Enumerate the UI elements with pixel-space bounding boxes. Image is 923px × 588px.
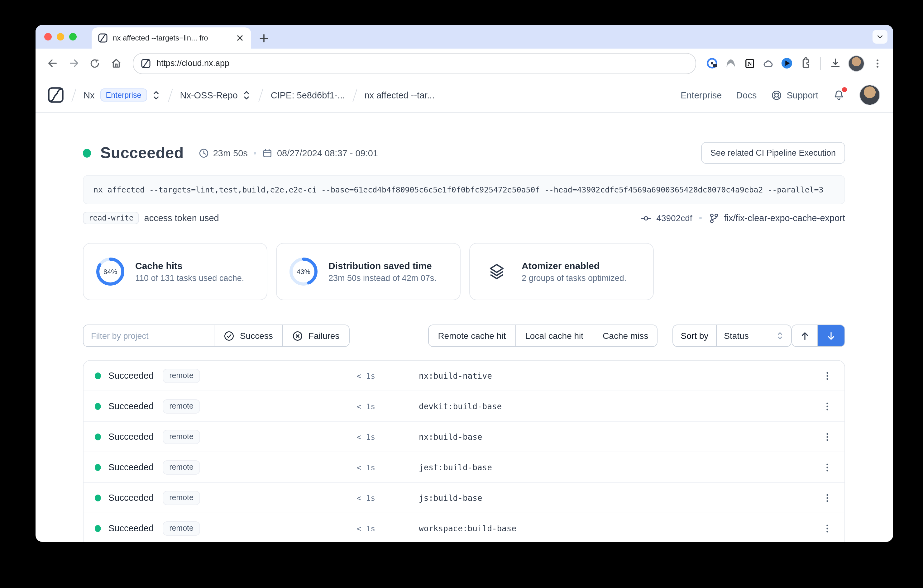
screen: nx affected --targets=lin... fro — [0, 0, 923, 588]
cache-source-badge: remote — [163, 369, 200, 383]
arc-extension-icon[interactable] — [725, 57, 737, 69]
enterprise-badge: Enterprise — [100, 88, 147, 102]
zoom-window-button[interactable] — [69, 33, 77, 41]
breadcrumb-separator — [259, 88, 263, 102]
breadcrumb-separator — [352, 88, 357, 102]
back-button[interactable] — [43, 54, 62, 72]
cloud-extension-icon[interactable] — [762, 57, 774, 69]
vcs-info: 43902cdf fix/fix-clear-expo-cache-export — [641, 213, 845, 223]
sort-select[interactable]: Status — [716, 325, 791, 346]
select-chevrons-icon — [775, 330, 784, 341]
notifications-button[interactable] — [833, 89, 845, 101]
reload-button[interactable] — [85, 54, 104, 72]
svg-text:N: N — [747, 60, 752, 67]
password-manager-extension-icon[interactable] — [706, 57, 718, 69]
kebab-icon — [822, 371, 832, 380]
row-status-cell: Succeeded remote — [95, 460, 356, 474]
downloads-button[interactable] — [829, 57, 841, 69]
home-button[interactable] — [107, 54, 125, 72]
repo-switcher-icon[interactable] — [242, 89, 251, 101]
cache-hits-percent: 84% — [96, 257, 125, 286]
row-duration: < 1s — [356, 493, 419, 502]
breadcrumb-org[interactable]: Nx — [84, 90, 94, 100]
new-tab-button[interactable] — [259, 33, 269, 44]
home-icon — [110, 57, 122, 69]
table-row[interactable]: Succeeded remote < 1s jest:build-base — [84, 452, 844, 483]
sort-ascending-button[interactable] — [792, 325, 817, 346]
tabstrip-chevron-button[interactable] — [872, 30, 887, 44]
cache-filter-group: Remote cache hit Local cache hit Cache m… — [428, 324, 657, 347]
row-menu-button[interactable] — [821, 429, 833, 444]
site-nx-icon — [141, 58, 151, 68]
see-related-cipe-button[interactable]: See related CI Pipeline Execution — [701, 142, 845, 164]
row-menu-button[interactable] — [821, 490, 833, 505]
user-avatar[interactable] — [859, 85, 880, 105]
filter-success-button[interactable]: Success — [214, 325, 282, 346]
breadcrumb-repo[interactable]: Nx-OSS-Repo — [180, 90, 237, 100]
stat-cards: 84% Cache hits 110 of 131 tasks used cac… — [83, 243, 845, 300]
duration-text: 23m 50s — [213, 148, 248, 158]
nav-support-label: Support — [787, 90, 818, 100]
breadcrumb-run[interactable]: nx affected --tar... — [364, 90, 434, 100]
cache-miss-button[interactable]: Cache miss — [593, 325, 657, 346]
filter-toolbar: Success Failures Remote cache hit Local … — [83, 324, 845, 347]
close-window-button[interactable] — [44, 33, 52, 41]
reload-icon — [89, 57, 100, 69]
card-subtitle: 110 of 131 tasks used cache. — [135, 274, 244, 283]
row-duration: < 1s — [356, 432, 419, 441]
row-menu-button[interactable] — [821, 460, 833, 475]
row-status-label: Succeeded — [108, 432, 154, 442]
daterange-text: 08/27/2024 08:37 - 09:01 — [277, 148, 378, 158]
atomizer-text: Atomizer enabled 2 groups of tasks optim… — [522, 260, 626, 283]
table-row[interactable]: Succeeded remote < 1s js:build-base — [84, 483, 844, 513]
row-menu-button[interactable] — [821, 521, 833, 536]
distribution-donut: 43% — [289, 257, 318, 286]
browser-tabstrip: nx affected --targets=lin... fro — [36, 25, 893, 49]
play-extension-icon[interactable] — [781, 57, 793, 69]
browser-window: nx affected --targets=lin... fro — [36, 25, 893, 542]
minimize-window-button[interactable] — [57, 33, 64, 41]
nav-support-link[interactable]: Support — [771, 89, 818, 101]
commit-hash[interactable]: 43902cdf — [656, 213, 692, 223]
cache-source-badge: remote — [163, 521, 200, 536]
row-menu-button[interactable] — [821, 368, 833, 383]
filter-failures-button[interactable]: Failures — [282, 325, 349, 346]
table-row[interactable]: Succeeded remote < 1s workspace:build-ba… — [84, 513, 844, 542]
url-bar[interactable]: https://cloud.nx.app — [133, 52, 696, 74]
filter-project-input[interactable] — [84, 325, 214, 346]
distribution-text: Distribution saved time 23m 50s instead … — [328, 260, 437, 283]
org-switcher-icon[interactable] — [151, 89, 161, 101]
sort-by-label: Sort by — [673, 325, 716, 346]
nav-docs-link[interactable]: Docs — [736, 90, 757, 100]
distribution-percent: 43% — [289, 257, 318, 286]
atomizer-card: Atomizer enabled 2 groups of tasks optim… — [469, 243, 654, 300]
sort-descending-button[interactable] — [817, 325, 844, 346]
cache-source-badge: remote — [163, 429, 200, 444]
tab-close-icon[interactable] — [235, 33, 245, 43]
row-status-label: Succeeded — [108, 493, 154, 503]
browser-menu-button[interactable] — [871, 57, 883, 69]
table-row[interactable]: Succeeded remote < 1s devkit:build-base — [84, 391, 844, 422]
row-duration: < 1s — [356, 524, 419, 533]
extensions-puzzle-icon[interactable] — [800, 57, 811, 69]
notion-extension-icon[interactable]: N — [744, 57, 755, 69]
table-row[interactable]: Succeeded remote < 1s nx:build-native — [84, 360, 844, 391]
header-nav: Enterprise Docs Support — [681, 85, 880, 105]
clock-icon — [199, 148, 209, 158]
remote-cache-hit-button[interactable]: Remote cache hit — [429, 325, 515, 346]
local-cache-hit-button[interactable]: Local cache hit — [515, 325, 593, 346]
nav-enterprise-link[interactable]: Enterprise — [681, 90, 722, 100]
browser-tab[interactable]: nx affected --targets=lin... fro — [92, 28, 251, 49]
token-row: read-write access token used 43902cdf fi… — [83, 211, 845, 226]
browser-profile-avatar[interactable] — [848, 55, 864, 71]
row-menu-button[interactable] — [821, 399, 833, 414]
meta-separator-dot — [254, 152, 256, 154]
forward-button[interactable] — [64, 54, 83, 72]
status-dot-icon — [95, 403, 101, 409]
breadcrumb-cipe[interactable]: CIPE: 5e8d6bf1-... — [271, 90, 345, 100]
url-text: https://cloud.nx.app — [156, 59, 229, 68]
branch-name[interactable]: fix/fix-clear-expo-cache-export — [724, 213, 845, 223]
nx-logo-icon[interactable] — [48, 87, 64, 103]
cache-hits-donut: 84% — [96, 257, 125, 286]
table-row[interactable]: Succeeded remote < 1s nx:build-base — [84, 422, 844, 452]
